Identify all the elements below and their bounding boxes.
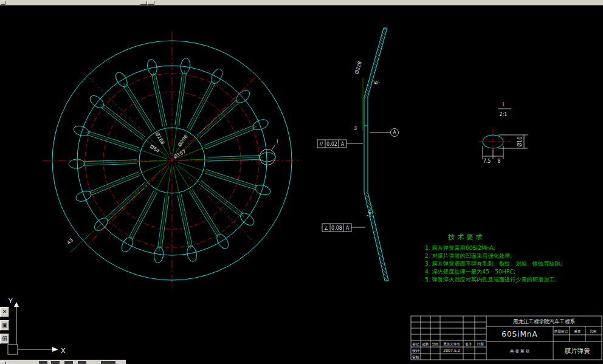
toolbar-strip-fragment: [0, 0, 603, 5]
tb-row-label: 更改文件号: [443, 342, 460, 346]
tb-row-label: 标记: [412, 342, 420, 346]
detail-callout-label: I: [277, 139, 278, 145]
gdt-frame-parallelism: // 0.02 A: [317, 140, 346, 148]
statusbar-strip-fragment: [0, 360, 126, 364]
drawing-canvas[interactable]: Ø188 Ø64 Ø206 Ø157 43 I 3 6 Ø228: [0, 0, 603, 364]
gdt-symbol: //: [320, 142, 323, 147]
statusbar-fragment-button[interactable]: [1, 361, 6, 364]
tb-stage-label: 重量: [574, 329, 582, 333]
ucs-x-label: X: [61, 347, 66, 355]
statusbar-fragment: [78, 361, 86, 364]
toolbar-fragment-button[interactable]: [1, 1, 5, 5]
tb-row-label: 签字: [466, 342, 473, 346]
dim-3: 3: [354, 126, 357, 131]
detail-dim-b: 8: [497, 159, 500, 164]
detail-dim-a: 7.5: [483, 159, 491, 164]
autocad-screen: Ø188 Ø64 Ø206 Ø157 43 I 3 6 Ø228: [0, 0, 603, 364]
statusbar-fragment: [51, 361, 60, 364]
tech-req-title: 技 术 要 求: [447, 233, 483, 241]
tb-row-label: 分区: [432, 342, 439, 346]
tb-row-label: 日期: [477, 342, 484, 346]
tb-sign-label: 设计: [412, 348, 419, 352]
tb-row-label: 处数: [422, 342, 430, 346]
tech-req-item: 3. 膜片弹簧表面不得有毛刺、裂纹、划痕、锈蚀等缺陷;: [425, 260, 562, 267]
gdt-datum-ref: A: [346, 225, 350, 231]
gdt-datum-ref: A: [341, 142, 345, 147]
gdt-frame-angularity: ∠ 0.08 A: [322, 224, 351, 232]
ucs-y-label: Y: [8, 297, 13, 305]
tb-sheet: 共 张 第 张: [510, 349, 530, 354]
gdt-tolerance: 0.02: [326, 142, 337, 147]
canvas-background: [0, 0, 603, 364]
tech-req-item: 2. 对膜片弹簧的凹面采用强化处理;: [425, 252, 512, 259]
statusbar-fragment: [64, 361, 73, 364]
gdt-tolerance: 0.08: [331, 225, 342, 231]
palette-icon[interactable]: ▣: [0, 320, 9, 331]
tech-req-item: 1. 膜片弹簧采用60Si2MnA;: [425, 244, 495, 251]
tb-date: 2007.5.2: [443, 348, 460, 352]
close-icon[interactable]: ✕: [0, 307, 9, 317]
tb-material: 60SiMnA: [501, 330, 537, 338]
datum-label: A: [393, 130, 396, 136]
statusbar-fragment: [101, 361, 115, 364]
detail-scale-label: 2:1: [500, 112, 508, 117]
tb-stage-label: 阶段标记: [554, 329, 568, 334]
tb-sign-label: 审核: [412, 355, 419, 359]
tb-part-name: 膜片弹簧: [565, 347, 590, 354]
toolbar-fragment-button[interactable]: [140, 1, 147, 5]
detail-dim-dia: Ø10: [517, 137, 523, 146]
tb-school: 黑龙江工程学院汽车工程系: [513, 318, 576, 325]
tech-req-item: 4. 淬火硬度处理一般为45－50HRC;: [425, 268, 515, 275]
view-icon[interactable]: 俯: [0, 334, 9, 344]
gdt-symbol: ∠: [324, 225, 328, 231]
detail-ref-label: I: [503, 102, 504, 108]
toolbar-fragment-button[interactable]: [147, 1, 154, 5]
tech-req-item: 5. 弹簧淬火后应对其内孔及端面进行少量的研磨加工.: [425, 276, 557, 283]
tb-stage-label: 比例: [590, 329, 597, 334]
statusbar-fragment: [39, 361, 47, 364]
